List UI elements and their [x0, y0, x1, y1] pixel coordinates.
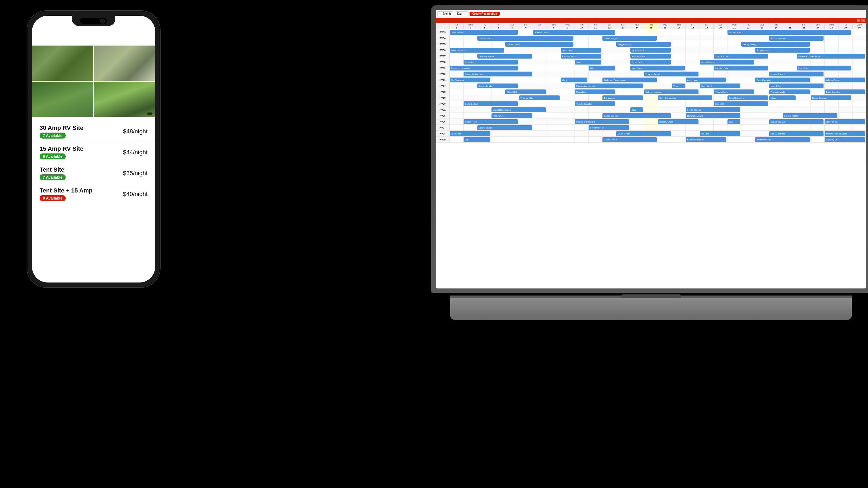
view-month-btn[interactable]: ← Month	[437, 11, 453, 16]
reservation-block[interactable]: Berto Gerlach	[464, 101, 518, 106]
day-header-cell[interactable]: Sat5	[505, 23, 519, 29]
reservation-block[interactable]: Vincent Moon	[727, 30, 851, 35]
day-header-cell[interactable]: Thu3	[477, 23, 491, 29]
reservation-block[interactable]: Sylvia Simonis	[686, 107, 740, 112]
site-listing[interactable]: 30 Amp RV Site 7 Available $48/night	[32, 120, 155, 140]
reservation-block[interactable]: Arvid Haals	[686, 77, 726, 83]
reservation-block[interactable]: Tillie	[589, 66, 615, 70]
reservation-block[interactable]: Mae Klein	[797, 66, 851, 70]
reservation-block[interactable]: Thomas Freed	[644, 72, 699, 76]
day-header-cell[interactable]: Wed23	[755, 23, 769, 29]
reservation-block[interactable]: Lilian	[769, 95, 796, 100]
day-header-cell[interactable]: Sun27	[811, 23, 825, 29]
reservation-block[interactable]: Ivy Hensaratt	[630, 48, 671, 53]
reservation-block[interactable]: Sara	[630, 107, 643, 112]
day-header-cell[interactable]: Tue8	[547, 23, 561, 29]
reservation-block[interactable]: Shirley Lundgren	[741, 42, 809, 46]
day-header-cell[interactable]: Wed9	[561, 23, 575, 29]
reservation-block[interactable]: Colton Howe	[464, 119, 518, 124]
reservation-block[interactable]: Monroe Ramsaykottle	[825, 131, 865, 136]
reservation-block[interactable]: Sam	[575, 60, 601, 65]
reservation-block[interactable]: Adolph Casset	[825, 77, 865, 83]
day-header-cell[interactable]: Mon28	[825, 23, 838, 29]
view-day-btn[interactable]: Day →	[455, 11, 468, 16]
reservation-block[interactable]: Kathryn Luettgen	[644, 90, 699, 94]
reservation-block[interactable]: Dorothy Brook	[658, 119, 699, 124]
day-header-cell[interactable]: Wed30	[852, 23, 866, 29]
reservation-block[interactable]: Hank Christ	[825, 119, 865, 124]
reservation-block[interactable]: Anderson Rosenbaum	[602, 77, 657, 83]
day-header-cell[interactable]: Tue15	[644, 23, 658, 29]
day-header-cell[interactable]: Tue29	[839, 23, 852, 29]
reservation-block[interactable]: Una Hilbert	[700, 84, 740, 88]
reservation-block[interactable]: Bella Rutherford	[727, 95, 768, 100]
day-header-cell[interactable]: Thu17	[672, 23, 686, 29]
site-listing[interactable]: Tent Site 7 Available $35/night	[32, 161, 155, 182]
reservation-block[interactable]: Cora	[561, 77, 588, 83]
day-header-cell[interactable]: Wed16	[658, 23, 672, 29]
reservation-block[interactable]: Sis Simmons	[450, 77, 490, 83]
reservation-block[interactable]: Elena Ivan	[575, 90, 615, 94]
prev-month-btn[interactable]: ‹	[857, 19, 860, 22]
reservation-block[interactable]: Clara Turcotte	[714, 54, 768, 59]
reservation-block[interactable]: Toner	[672, 84, 685, 88]
reservation-block[interactable]: Carlee Langlen	[602, 113, 671, 118]
day-header-cell[interactable]: Mon14	[630, 23, 644, 29]
reservation-block[interactable]: Roberta Grady	[533, 30, 615, 35]
reservation-block[interactable]: Lorena Pfeffler	[783, 113, 837, 118]
reservation-block[interactable]: Maggie Haag	[616, 42, 671, 46]
reservation-block[interactable]: Delta Bogisich	[825, 90, 865, 94]
day-header-cell[interactable]: Thu10	[575, 23, 589, 29]
reservation-block[interactable]: Fabian Gums	[561, 54, 601, 59]
day-header-cell[interactable]: Tue1	[450, 23, 464, 29]
reservation-block[interactable]: Jemelyn Powell	[714, 66, 768, 70]
day-header-cell[interactable]: Tue22	[741, 23, 755, 29]
reservation-block[interactable]: Corinthians Zie	[769, 119, 824, 124]
reservation-block[interactable]: Jaime Yeager	[602, 36, 657, 41]
day-header-cell[interactable]: Sat26	[797, 23, 811, 29]
reservation-block[interactable]: Ada Williamson	[769, 131, 824, 136]
day-header-cell[interactable]: Sun20	[714, 23, 727, 29]
reservation-block[interactable]: Guenita Hackbart	[686, 137, 726, 142]
create-reservation-btn[interactable]: Create Reservation	[469, 12, 500, 16]
reservation-block[interactable]: Sam	[727, 119, 740, 124]
reservation-block[interactable]: Marisol Kompasata	[492, 107, 546, 112]
reservation-block[interactable]: Carter Dietrich	[477, 36, 574, 41]
reservation-block[interactable]: Johpaul Price	[755, 48, 809, 53]
reservation-block[interactable]: Riley Biver	[464, 60, 518, 65]
reservation-block[interactable]: Janet Facek	[450, 30, 518, 35]
reservation-block[interactable]: Jun	[464, 137, 490, 142]
day-header-cell[interactable]: Fri11	[589, 23, 602, 29]
day-header-cell[interactable]: Sat12	[602, 23, 616, 29]
site-listing[interactable]: Tent Site + 15 Amp 0 Available $40/night	[32, 182, 155, 203]
reservation-block[interactable]: Farman Nolan	[505, 42, 574, 46]
reservation-block[interactable]: Garrett Dickies	[700, 60, 754, 65]
reservation-block[interactable]: June Here	[450, 131, 490, 136]
reservation-block[interactable]: Carrie Schultz	[477, 84, 518, 88]
reservation-block[interactable]: Juliet Bone	[561, 48, 601, 53]
reservation-block[interactable]: Nelson Zulesf	[714, 90, 754, 94]
day-header-cell[interactable]: Wed2	[464, 23, 477, 29]
day-header-cell[interactable]: Fri25	[783, 23, 797, 29]
reservation-block[interactable]: Berenice Carter	[477, 54, 532, 59]
reservation-block[interactable]: Thomas McL	[519, 95, 560, 100]
reservation-block[interactable]: Anthony Le	[825, 137, 865, 142]
day-header-cell[interactable]: Mon7	[533, 23, 547, 29]
reservation-block[interactable]: Lesly Priza	[769, 84, 824, 88]
reservation-block[interactable]: Clementine Kessler	[575, 84, 643, 88]
next-month-btn[interactable]: ›	[861, 19, 865, 22]
reservation-block[interactable]: Bresa Boyer	[630, 60, 671, 65]
reservation-block[interactable]: Johnny Woods	[755, 137, 809, 142]
day-header-cell[interactable]: Sat19	[700, 23, 714, 29]
reservation-block[interactable]: Mackenzie Gee	[769, 36, 824, 41]
day-header-cell[interactable]: Fri4	[492, 23, 505, 29]
view-photos-badge[interactable]	[147, 112, 152, 115]
day-header-cell[interactable]: Sun13	[616, 23, 630, 29]
reservation-block[interactable]: Helle Glkaleo	[602, 137, 657, 142]
reservation-block[interactable]: Reve Zboncak	[755, 77, 809, 83]
reservation-block[interactable]: Barry Schowalter	[658, 95, 712, 100]
reservation-block[interactable]: Ettore Hill	[714, 101, 768, 106]
reservation-block[interactable]: Dorothy Brook	[589, 125, 629, 130]
reservation-block[interactable]: Dionne Breitenberg	[575, 119, 629, 124]
day-header-cell[interactable]: Mon21	[727, 23, 741, 29]
